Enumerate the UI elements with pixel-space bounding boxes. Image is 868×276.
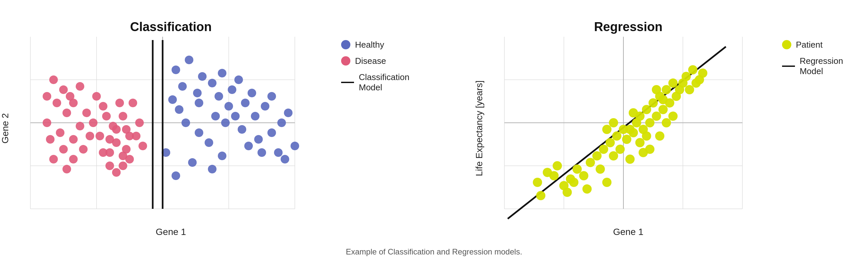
- svg-point-12: [59, 85, 68, 94]
- regression-svg-container: [488, 37, 769, 223]
- svg-point-22: [62, 165, 71, 173]
- svg-point-11: [49, 76, 58, 84]
- svg-point-60: [193, 89, 202, 97]
- svg-point-83: [281, 155, 289, 164]
- svg-point-110: [533, 178, 542, 187]
- svg-point-23: [43, 92, 51, 101]
- svg-point-68: [221, 118, 230, 127]
- svg-point-33: [89, 118, 97, 127]
- svg-point-152: [688, 65, 698, 75]
- svg-point-52: [99, 148, 107, 157]
- svg-point-70: [241, 99, 250, 107]
- svg-point-151: [685, 85, 694, 94]
- svg-point-157: [662, 118, 671, 128]
- svg-point-25: [69, 99, 78, 107]
- svg-point-131: [616, 145, 625, 154]
- svg-point-53: [112, 168, 121, 177]
- svg-point-76: [254, 135, 263, 144]
- svg-point-79: [268, 129, 276, 137]
- svg-point-29: [79, 145, 88, 154]
- svg-point-31: [92, 92, 101, 101]
- svg-point-14: [62, 109, 71, 117]
- svg-point-117: [563, 188, 572, 197]
- svg-point-69: [231, 112, 240, 120]
- svg-point-141: [652, 112, 661, 121]
- svg-point-121: [586, 158, 595, 167]
- svg-point-66: [224, 102, 233, 111]
- regression-y-label: Life Expectancy [years]: [474, 80, 485, 176]
- svg-point-85: [168, 95, 177, 104]
- disease-label: Disease: [355, 56, 386, 66]
- classification-svg: [14, 37, 328, 222]
- svg-point-140: [649, 98, 658, 108]
- svg-point-50: [138, 142, 147, 150]
- svg-point-159: [642, 131, 651, 141]
- svg-point-35: [102, 112, 111, 120]
- svg-point-77: [244, 142, 253, 150]
- svg-point-63: [215, 92, 223, 101]
- svg-point-160: [625, 125, 634, 134]
- main-container: Gene 2 Classification: [0, 20, 868, 256]
- svg-point-47: [122, 145, 130, 154]
- svg-point-94: [218, 151, 226, 160]
- svg-point-64: [228, 85, 236, 94]
- svg-point-166: [629, 108, 638, 117]
- svg-point-72: [238, 125, 246, 134]
- svg-point-135: [625, 155, 634, 164]
- svg-point-48: [135, 118, 144, 127]
- svg-point-86: [175, 105, 183, 114]
- svg-point-138: [642, 105, 651, 114]
- svg-point-139: [645, 118, 654, 128]
- svg-point-95: [195, 99, 203, 107]
- caption: Example of Classification and Regression…: [346, 247, 522, 256]
- patient-icon: [782, 40, 791, 49]
- svg-point-144: [662, 85, 671, 94]
- svg-point-30: [69, 155, 78, 164]
- svg-point-46: [129, 99, 137, 107]
- svg-point-92: [208, 165, 217, 173]
- svg-point-164: [658, 95, 668, 104]
- classification-x-label: Gene 1: [156, 227, 186, 237]
- svg-point-118: [572, 164, 582, 174]
- charts-row: Gene 2 Classification: [0, 20, 868, 237]
- legend-regression-model: Regression Model: [782, 56, 868, 77]
- svg-point-126: [606, 138, 615, 147]
- svg-point-51: [105, 162, 114, 170]
- classification-y-label: Gene 2: [0, 113, 10, 144]
- classification-title: Classification: [130, 20, 212, 34]
- regression-title: Regression: [594, 20, 662, 34]
- svg-point-28: [86, 132, 94, 140]
- svg-point-61: [208, 79, 217, 87]
- svg-point-84: [290, 142, 299, 150]
- svg-point-129: [612, 131, 621, 141]
- svg-point-15: [43, 118, 51, 127]
- svg-point-161: [635, 138, 645, 147]
- patient-label: Patient: [796, 40, 823, 50]
- regression-chart-wrapper: Life Expectancy [years] Regression: [474, 20, 868, 237]
- svg-point-62: [218, 69, 226, 78]
- svg-point-16: [56, 129, 64, 137]
- regression-model-label: Regression Model: [800, 56, 868, 77]
- svg-point-18: [46, 135, 55, 144]
- svg-point-93: [172, 171, 180, 180]
- svg-point-73: [251, 112, 259, 120]
- svg-point-89: [205, 138, 213, 147]
- svg-point-167: [645, 145, 654, 154]
- svg-point-38: [112, 125, 121, 134]
- svg-point-82: [274, 148, 283, 157]
- regression-legend: Patient Regression Model: [782, 40, 868, 77]
- svg-point-67: [211, 112, 220, 120]
- svg-point-78: [257, 148, 266, 157]
- svg-point-65: [235, 76, 243, 84]
- svg-point-57: [185, 56, 193, 64]
- svg-point-87: [182, 118, 190, 127]
- svg-point-34: [95, 132, 104, 140]
- svg-point-41: [119, 112, 127, 120]
- classification-svg-container: [14, 37, 328, 223]
- regression-chart-area: Regression: [488, 20, 769, 237]
- svg-point-155: [698, 68, 707, 78]
- svg-point-143: [658, 105, 668, 114]
- svg-point-146: [669, 78, 678, 88]
- svg-point-13: [53, 99, 61, 107]
- svg-point-112: [536, 191, 546, 200]
